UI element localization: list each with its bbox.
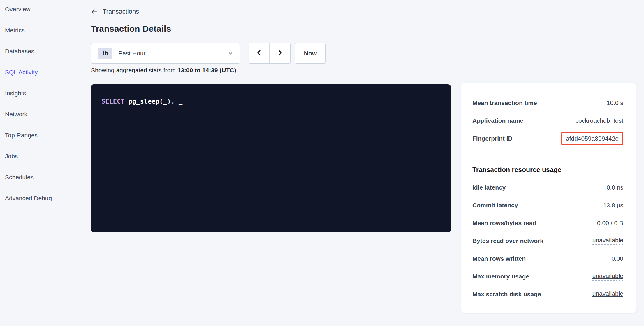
sidebar-nav: OverviewMetricsDatabasesSQL ActivityInsi… — [0, 0, 87, 213]
resource-usage-rows: Idle latency0.0 nsCommit latency13.8 µsM… — [472, 182, 623, 300]
detail-row: Mean rows/bytes read0.00 / 0 B — [472, 217, 623, 229]
time-range-badge: 1h — [98, 48, 112, 59]
page-title: Transaction Details — [91, 24, 171, 34]
time-range-label: Past Hour — [118, 50, 145, 57]
sql-statement-box: SELECT pg_sleep(_), _ — [91, 84, 451, 232]
detail-row-label: Max scratch disk usage — [472, 291, 541, 298]
detail-row-label: Commit latency — [472, 202, 518, 209]
detail-row: Commit latency13.8 µs — [472, 199, 623, 211]
chevron-down-icon — [228, 50, 233, 56]
detail-row-label: Mean rows written — [472, 255, 526, 262]
time-range-picker[interactable]: 1h Past Hour — [91, 43, 240, 64]
summary-range: 13:00 to 14:39 (UTC) — [177, 67, 236, 73]
sidebar-item-databases[interactable]: Databases — [0, 45, 87, 58]
detail-row: Max scratch disk usageunavailable — [472, 288, 623, 300]
detail-row-value: 0.0 ns — [607, 184, 623, 191]
next-range-button[interactable] — [270, 43, 290, 63]
back-link-transactions[interactable]: Transactions — [103, 8, 139, 15]
sql-keyword: SELECT — [101, 98, 124, 105]
sidebar-item-top-ranges[interactable]: Top Ranges — [0, 129, 87, 142]
detail-row-label: Application name — [472, 117, 523, 124]
aggregated-stats-summary: Showing aggregated stats from 13:00 to 1… — [91, 67, 236, 74]
breadcrumb: Transactions — [91, 8, 139, 15]
detail-row-value[interactable]: unavailable — [592, 290, 623, 298]
transaction-details-card: Mean transaction time10.0 sApplication n… — [461, 83, 636, 313]
detail-row-value: 0.00 — [611, 255, 623, 262]
detail-row-label: Bytes read over network — [472, 237, 543, 244]
detail-row-label: Mean rows/bytes read — [472, 220, 536, 227]
detail-row-value: cockroachdb_test — [575, 117, 623, 124]
detail-row-value: 0.00 / 0 B — [597, 220, 623, 227]
resource-usage-title: Transaction resource usage — [472, 166, 623, 174]
chevron-left-icon — [256, 49, 263, 57]
prev-range-button[interactable] — [249, 43, 270, 63]
chevron-right-icon — [277, 49, 284, 57]
detail-row: Bytes read over networkunavailable — [472, 235, 623, 247]
detail-row-value[interactable]: unavailable — [592, 272, 623, 281]
detail-row-value: 13.8 µs — [603, 202, 623, 209]
detail-row: Application namecockroachdb_test — [472, 115, 623, 127]
sidebar-item-sql-activity[interactable]: SQL Activity — [0, 66, 87, 79]
arrow-left-icon[interactable] — [91, 8, 98, 15]
time-controls: 1h Past Hour — [91, 43, 326, 64]
sidebar-item-insights[interactable]: Insights — [0, 87, 87, 100]
detail-row: Idle latency0.0 ns — [472, 182, 623, 193]
sidebar-item-network[interactable]: Network — [0, 108, 87, 121]
detail-row-label: Fingerprint ID — [472, 135, 513, 142]
card-divider — [472, 154, 623, 154]
detail-row-label: Mean transaction time — [472, 99, 537, 106]
detail-row: Mean transaction time10.0 s — [472, 97, 623, 109]
detail-row: Max memory usageunavailable — [472, 271, 623, 282]
sidebar-item-jobs[interactable]: Jobs — [0, 150, 87, 163]
summary-prefix: Showing aggregated stats from — [91, 67, 177, 73]
detail-row-label: Idle latency — [472, 184, 506, 191]
transaction-overview-rows: Mean transaction time10.0 sApplication n… — [472, 97, 623, 144]
detail-row-value[interactable]: unavailable — [592, 237, 623, 245]
sql-statement-text: pg_sleep(_), _ — [124, 98, 182, 105]
detail-row: Fingerprint IDafdd4059a899442e — [472, 133, 623, 144]
detail-row-value: 10.0 s — [607, 99, 623, 106]
sidebar-item-schedules[interactable]: Schedules — [0, 171, 87, 184]
now-button[interactable]: Now — [295, 43, 326, 64]
sidebar-item-advanced-debug[interactable]: Advanced Debug — [0, 192, 87, 205]
range-arrows-group — [249, 43, 291, 64]
detail-row-label: Max memory usage — [472, 273, 529, 280]
sidebar-item-metrics[interactable]: Metrics — [0, 24, 87, 37]
sidebar-item-overview[interactable]: Overview — [0, 3, 87, 16]
fingerprint-id-value-highlighted: afdd4059a899442e — [561, 132, 623, 145]
detail-row: Mean rows written0.00 — [472, 253, 623, 264]
